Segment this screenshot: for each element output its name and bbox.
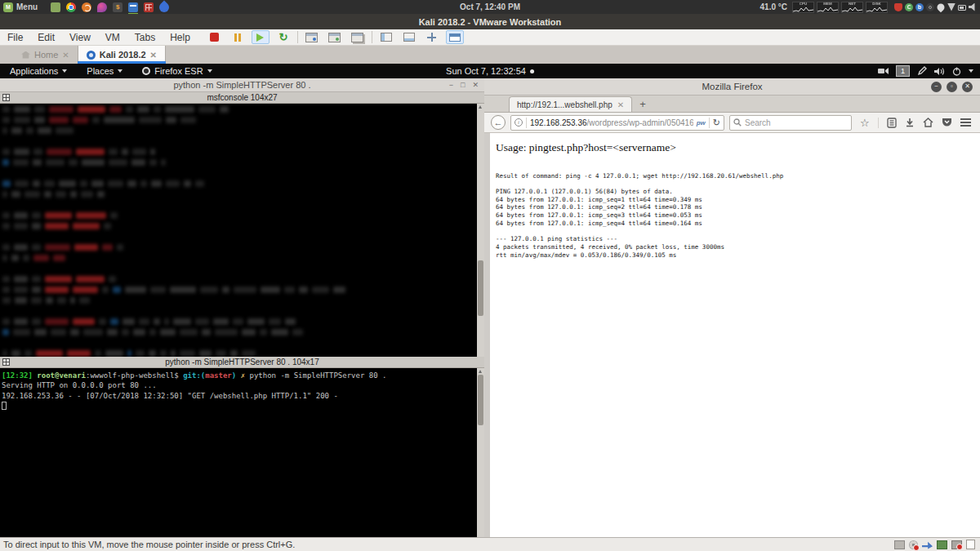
minimize-icon[interactable]: − bbox=[449, 78, 453, 92]
home-icon[interactable] bbox=[923, 118, 933, 127]
close-icon[interactable]: ✕ bbox=[150, 51, 157, 60]
firefox-app-menu[interactable]: Firefox ESR bbox=[132, 66, 221, 76]
menu-tabs[interactable]: Tabs bbox=[127, 32, 163, 43]
volume-icon[interactable] bbox=[969, 3, 977, 11]
show-thumbnail-bar-button[interactable] bbox=[400, 30, 418, 44]
pane-grid-icon[interactable] bbox=[2, 358, 10, 366]
close-icon[interactable]: ✕ bbox=[62, 51, 69, 60]
console-view-button[interactable] bbox=[446, 30, 464, 44]
tab-kali-vm[interactable]: Kali 2018.2 ✕ bbox=[78, 46, 166, 64]
close-icon[interactable]: ✕ bbox=[472, 78, 479, 92]
terminal-titlebar[interactable]: python -m SimpleHTTPServer 80 . − □ ✕ bbox=[0, 78, 484, 92]
minimize-icon[interactable]: − bbox=[931, 82, 942, 92]
swirl-icon[interactable] bbox=[82, 2, 91, 12]
msfconsole-pane-header[interactable]: msfconsole 104x27 bbox=[0, 92, 484, 104]
pocket-icon[interactable] bbox=[942, 118, 952, 127]
chevron-down-icon[interactable] bbox=[969, 69, 973, 73]
network-disconnected-icon[interactable] bbox=[951, 540, 962, 549]
monitor-net[interactable]: NET bbox=[841, 2, 863, 13]
battery-icon[interactable] bbox=[958, 5, 966, 11]
menu-edit[interactable]: Edit bbox=[30, 32, 62, 43]
menu-hamburger-icon[interactable] bbox=[960, 118, 971, 127]
power-off-button[interactable] bbox=[206, 30, 224, 44]
back-button[interactable]: ← bbox=[491, 115, 506, 130]
folder-icon[interactable] bbox=[51, 2, 60, 12]
menu-help[interactable]: Help bbox=[163, 32, 198, 43]
kali-clock[interactable]: Sun Oct 7, 12:32:54 bbox=[446, 66, 534, 76]
http-server-output[interactable]: [12:32] root@venari:wwwolf-php-webshell$… bbox=[0, 368, 484, 537]
downloads-icon[interactable] bbox=[905, 118, 915, 127]
tab-home[interactable]: Home ✕ bbox=[13, 46, 78, 64]
url-bar[interactable]: i 192.168.253.36/wordpress/wp-admin/0504… bbox=[510, 115, 724, 131]
scrollbar-thumb[interactable] bbox=[478, 260, 483, 316]
network-adapter-icon[interactable] bbox=[937, 540, 947, 549]
workspace-indicator[interactable]: 1 bbox=[896, 65, 910, 77]
feather-icon[interactable] bbox=[158, 0, 172, 14]
monitor-cpu[interactable]: CPU bbox=[792, 2, 814, 13]
places-menu[interactable]: Places bbox=[77, 66, 132, 76]
site-info-icon[interactable]: i bbox=[514, 118, 523, 127]
maximize-icon[interactable]: ▫ bbox=[947, 82, 957, 92]
close-icon[interactable]: ✕ bbox=[962, 82, 973, 92]
url-text[interactable]: 192.168.253.36/wordpress/wp-admin/050416… bbox=[530, 118, 693, 127]
red-grid-icon[interactable] bbox=[144, 2, 154, 12]
vmware-titlebar[interactable]: Kali 2018.2 - VMware Workstation bbox=[0, 14, 980, 29]
close-icon[interactable]: ✕ bbox=[617, 100, 624, 109]
shield-icon[interactable] bbox=[894, 3, 902, 11]
message-log-icon[interactable] bbox=[966, 540, 975, 549]
vmware-icon[interactable] bbox=[128, 2, 138, 12]
menu-vm[interactable]: VM bbox=[98, 32, 127, 43]
bookmark-star-icon[interactable]: ☆ bbox=[860, 118, 870, 128]
usb-icon[interactable] bbox=[922, 540, 933, 549]
reset-button[interactable]: ↻ bbox=[274, 30, 292, 44]
monitor-disk[interactable]: DISK bbox=[866, 2, 888, 13]
redacted-segment bbox=[110, 212, 118, 219]
reload-icon[interactable]: ↻ bbox=[713, 118, 720, 127]
suspend-button[interactable] bbox=[229, 30, 247, 44]
http-server-pane-header[interactable]: python -m SimpleHTTPServer 80 . 104x17 bbox=[0, 357, 484, 368]
firefox-titlebar[interactable]: Mozilla Firefox − ▫ ✕ bbox=[484, 78, 980, 96]
pen-icon[interactable] bbox=[917, 66, 927, 76]
bookmarks-library-icon[interactable] bbox=[887, 118, 897, 128]
host-menu-button[interactable]: Menu bbox=[16, 2, 38, 11]
scrollbar-thumb[interactable] bbox=[478, 375, 483, 425]
redacted-segment bbox=[33, 159, 42, 166]
msfconsole-output[interactable] bbox=[0, 104, 484, 357]
bluetooth-icon[interactable]: b bbox=[915, 3, 924, 11]
revert-snapshot-button[interactable] bbox=[326, 30, 344, 44]
sync-icon[interactable] bbox=[905, 3, 913, 11]
applications-menu[interactable]: Applications bbox=[0, 66, 77, 76]
http-pane-scrollbar[interactable] bbox=[477, 368, 484, 537]
msfconsole-scrollbar[interactable] bbox=[477, 104, 484, 357]
harddisk-icon[interactable] bbox=[894, 540, 905, 549]
fullscreen-button[interactable] bbox=[423, 30, 441, 44]
disc-icon[interactable] bbox=[926, 3, 934, 11]
screen-record-icon[interactable] bbox=[878, 67, 889, 75]
host-clock[interactable]: Oct 7, 12:40 PM bbox=[460, 2, 520, 11]
redacted-segment bbox=[198, 106, 216, 113]
power-on-button[interactable] bbox=[252, 30, 270, 44]
menu-file[interactable]: File bbox=[0, 32, 30, 43]
wifi-icon[interactable] bbox=[947, 3, 956, 11]
dollar-icon[interactable]: $ bbox=[113, 2, 122, 12]
show-library-button[interactable] bbox=[377, 30, 395, 44]
pane-grid-icon[interactable] bbox=[2, 94, 10, 101]
power-icon[interactable] bbox=[952, 67, 961, 76]
cdrom-icon[interactable] bbox=[909, 540, 918, 549]
monitor-mem[interactable]: MEM bbox=[817, 2, 839, 13]
browser-tab-webshell[interactable]: http://192.1...webshell.php ✕ bbox=[509, 96, 632, 112]
page-action-icon[interactable]: pw bbox=[697, 119, 706, 127]
new-tab-button[interactable]: + bbox=[632, 96, 653, 112]
chrome-icon[interactable] bbox=[66, 2, 76, 12]
volume-icon[interactable] bbox=[934, 67, 945, 76]
manage-snapshots-button[interactable] bbox=[349, 30, 367, 44]
location-icon[interactable] bbox=[936, 2, 947, 12]
scroll-up-icon[interactable] bbox=[479, 370, 482, 373]
scroll-up-icon[interactable] bbox=[479, 105, 482, 109]
drop-icon[interactable] bbox=[97, 2, 107, 12]
search-bar[interactable]: Search bbox=[729, 115, 852, 131]
take-snapshot-button[interactable] bbox=[303, 30, 321, 44]
menu-view[interactable]: View bbox=[62, 32, 98, 43]
usage-heading: Usage: pingtest.php?host=<servername> bbox=[496, 141, 980, 154]
maximize-icon[interactable]: □ bbox=[461, 78, 465, 92]
